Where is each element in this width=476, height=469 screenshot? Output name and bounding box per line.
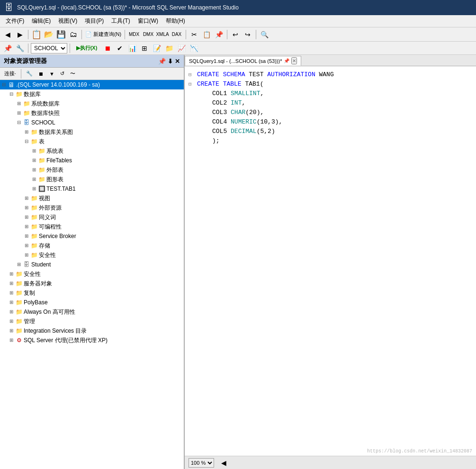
oe-pin-icon[interactable]: 📌 [158, 58, 166, 65]
tree-item-testtab1[interactable]: ⊞ 🔲 TEST.TAB1 [0, 184, 184, 194]
copy-btn[interactable]: 📋 [201, 29, 212, 40]
search-btn[interactable]: 🔍 [259, 29, 270, 40]
expander-integration[interactable]: ⊞ [8, 327, 15, 335]
save-all-btn[interactable]: 🗂 [68, 29, 79, 40]
dmx-btn[interactable]: DMX [142, 29, 155, 40]
paste-btn[interactable]: 📌 [213, 29, 225, 40]
tree-item-alwayson[interactable]: ⊞ 📁 Always On 高可用性 [0, 307, 184, 317]
oe-refresh-btn[interactable]: ↺ [58, 70, 67, 78]
expander-dbdiagram[interactable]: ⊞ [23, 128, 30, 136]
expander-alwayson[interactable]: ⊞ [8, 308, 15, 316]
scroll-left-btn[interactable]: ◀ [218, 457, 229, 469]
tree-item-graphtables[interactable]: ⊞ 📁 图形表 [0, 175, 184, 184]
dax-btn[interactable]: DAX [170, 29, 183, 40]
tree-item-sqlagent[interactable]: ⊞ ⚙ SQL Server 代理(已禁用代理 XP) [0, 336, 184, 345]
tree-item-dbs[interactable]: ⊟ 📁 数据库 [0, 89, 184, 99]
expander-filetables[interactable]: ⊞ [30, 157, 38, 164]
collapse-1[interactable]: ⊟ [189, 70, 196, 80]
filter-btn[interactable]: 🔧 [14, 43, 26, 54]
expander-school[interactable]: ⊟ [15, 119, 23, 126]
parse-btn[interactable]: ✔ [114, 43, 126, 54]
save-btn[interactable]: 💾 [55, 29, 67, 40]
grid-btn[interactable]: ⊞ [139, 43, 150, 54]
collapse-2[interactable]: ⊟ [189, 80, 196, 89]
open-btn[interactable]: 📂 [43, 29, 54, 40]
pin-btn[interactable]: 📌 [2, 43, 13, 54]
oe-filter-btn[interactable]: 🔧 [24, 70, 35, 78]
menu-tools[interactable]: 工具(T) [108, 16, 134, 26]
expander-serverobj[interactable]: ⊞ [8, 280, 15, 287]
tree-item-dbdiagram[interactable]: ⊞ 📁 数据库关系图 [0, 127, 184, 137]
expander-student[interactable]: ⊞ [15, 261, 23, 268]
expander-sqlagent[interactable]: ⊞ [8, 336, 15, 344]
db-dropdown[interactable]: SCHOOL [31, 43, 67, 53]
expander-security2[interactable]: ⊞ [8, 270, 15, 278]
query-editor[interactable]: ⊟ CREATE SCHEMA TEST AUTHORIZATION WANG … [185, 66, 476, 456]
stop-btn[interactable]: ⏹ [102, 43, 113, 54]
menu-file[interactable]: 文件(F) [2, 16, 28, 26]
expander-systables[interactable]: ⊞ [30, 147, 38, 155]
tree-item-systemdbs[interactable]: ⊞ 📁 系统数据库 [0, 99, 184, 108]
expander-replication[interactable]: ⊞ [8, 289, 15, 297]
expander-management[interactable]: ⊞ [8, 318, 15, 325]
expander-server[interactable]: ⊟ [0, 81, 8, 88]
expander-testtab1[interactable]: ⊞ [30, 185, 38, 193]
execute-btn[interactable]: ▶ 执行(X) [72, 43, 101, 54]
expander-exttables[interactable]: ⊞ [30, 166, 38, 174]
expander-extsrc[interactable]: ⊞ [23, 204, 30, 212]
menu-project[interactable]: 项目(P) [81, 16, 108, 26]
expander-prog[interactable]: ⊞ [23, 223, 30, 230]
new-query-btn[interactable]: 📄 新建查询(N) [84, 29, 122, 40]
tree-item-extsrc[interactable]: ⊞ 📁 外部资源 [0, 203, 184, 212]
expander-storage[interactable]: ⊞ [23, 242, 30, 249]
tree-item-filetables[interactable]: ⊞ 📁 FileTables [0, 156, 184, 165]
mdx-btn[interactable]: MDX [127, 29, 141, 40]
tree-item-systables[interactable]: ⊞ 📁 系统表 [0, 146, 184, 156]
query-tab-pin[interactable]: 📌 [284, 58, 289, 63]
oe-close-icon[interactable]: ✕ [175, 58, 180, 65]
tree-item-integration[interactable]: ⊞ 📁 Integration Services 目录 [0, 326, 184, 336]
cut-btn[interactable]: ✂ [189, 29, 200, 40]
expander-views[interactable]: ⊞ [23, 195, 30, 202]
menu-window[interactable]: 窗口(W) [134, 16, 162, 26]
tree-item-polybase[interactable]: ⊞ 📁 PolyBase [0, 298, 184, 307]
tree-item-snapshot[interactable]: ⊞ 📁 数据库快照 [0, 108, 184, 118]
expander-synonyms[interactable]: ⊞ [23, 213, 30, 221]
expander-systemdbs[interactable]: ⊞ [15, 100, 23, 107]
query-tab-close[interactable]: ✕ [291, 57, 297, 64]
tree-item-exttables[interactable]: ⊞ 📁 外部表 [0, 165, 184, 175]
query-tab-active[interactable]: SQLQuery1.sql - (...SCHOOL (sa (53)))* 📌… [185, 56, 301, 66]
tree-item-server[interactable]: ⊟ 🖥 .(SQL Server 14.0.1000.169 - sa) [0, 80, 184, 89]
tree-item-serverobj[interactable]: ⊞ 📁 服务器对象 [0, 279, 184, 288]
expander-broker[interactable]: ⊞ [23, 232, 30, 240]
expander-snapshot[interactable]: ⊞ [15, 109, 23, 117]
new-query-toolbar-btn[interactable]: 📋 [31, 29, 42, 40]
expander-security-school[interactable]: ⊞ [23, 251, 30, 259]
menu-view[interactable]: 视图(V) [54, 16, 81, 26]
oe-stop-btn[interactable]: ⏹ [36, 70, 46, 78]
tree-item-school[interactable]: ⊟ 🗄 SCHOOL [0, 118, 184, 127]
tree-item-student[interactable]: ⊞ 🗄 Student [0, 260, 184, 269]
tree-item-storage[interactable]: ⊞ 📁 存储 [0, 241, 184, 250]
xmla-btn[interactable]: XMLA [156, 29, 169, 40]
oe-filter2-btn[interactable]: ▼ [47, 70, 57, 78]
menu-edit[interactable]: 编辑(E) [28, 16, 54, 26]
tree-item-management[interactable]: ⊞ 📁 管理 [0, 317, 184, 326]
redo-btn[interactable]: ↪ [242, 29, 253, 40]
results-btn[interactable]: 📊 [126, 43, 138, 54]
oe-arrow-icon[interactable]: ⬇ [168, 58, 173, 65]
expander-tables[interactable]: ⊟ [23, 138, 30, 145]
oe-summary-btn[interactable]: 〜 [68, 69, 78, 78]
connect-button[interactable]: 连接· [2, 69, 18, 78]
tree-item-tables[interactable]: ⊟ 📁 表 [0, 137, 184, 146]
forward-button[interactable]: ▶ [14, 29, 26, 40]
tree-item-security-school[interactable]: ⊞ 📁 安全性 [0, 250, 184, 260]
plan-btn[interactable]: 📈 [176, 43, 187, 54]
zoom-select[interactable]: 100 % [189, 458, 214, 468]
expander-dbs[interactable]: ⊟ [8, 90, 15, 98]
tree-item-security2[interactable]: ⊞ 📁 安全性 [0, 269, 184, 279]
tree-item-broker[interactable]: ⊞ 📁 Service Broker [0, 231, 184, 241]
expander-graphtables[interactable]: ⊞ [30, 176, 38, 183]
stats-btn[interactable]: 📉 [188, 43, 199, 54]
text-btn[interactable]: 📝 [151, 43, 162, 54]
